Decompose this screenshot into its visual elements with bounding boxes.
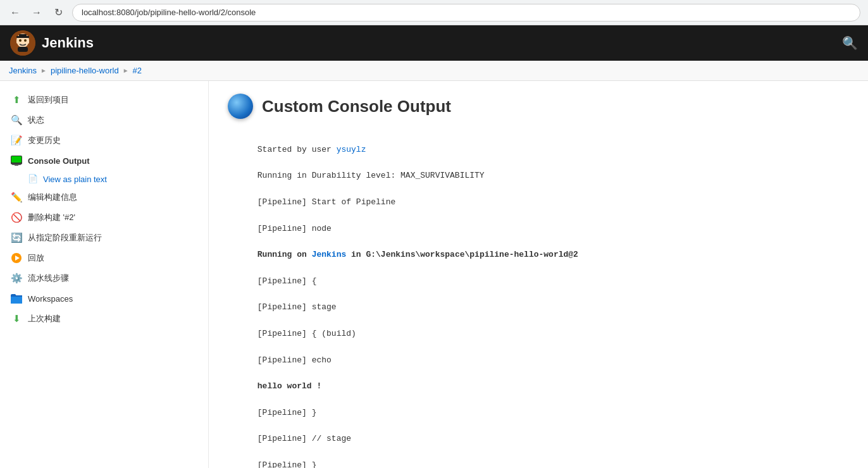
console-line-hello: hello world !: [257, 381, 321, 391]
breadcrumb-build[interactable]: #2: [133, 66, 142, 75]
breadcrumb-sep-1: ►: [40, 67, 47, 74]
folder-icon: [10, 292, 23, 305]
header-search-button[interactable]: 🔍: [842, 35, 858, 51]
console-line-stage: [Pipeline] stage: [257, 302, 337, 312]
svg-rect-12: [15, 165, 18, 166]
content-area: Custom Console Output Started by user ys…: [209, 81, 868, 468]
refresh-button[interactable]: ↻: [51, 5, 66, 20]
console-link-jenkins[interactable]: Jenkins: [312, 250, 347, 259]
breadcrumb-jenkins[interactable]: Jenkins: [9, 66, 37, 75]
console-line-close1: [Pipeline] }: [257, 408, 317, 417]
console-line-echo: [Pipeline] echo: [257, 355, 332, 365]
console-line-start-pipeline: [Pipeline] Start of Pipeline: [257, 197, 395, 207]
sidebar-label-restart: 从指定阶段重新运行: [28, 232, 102, 243]
sidebar-item-workspaces[interactable]: Workspaces: [0, 288, 208, 309]
sidebar-item-pipeline-steps[interactable]: ⚙️ 流水线步骤: [0, 268, 208, 288]
sidebar-label-history: 变更历史: [28, 135, 61, 146]
sidebar-item-delete-build[interactable]: 🚫 删除构建 '#2': [0, 207, 208, 228]
console-line-node: [Pipeline] node: [257, 224, 332, 233]
sidebar-label-replay: 回放: [28, 252, 44, 264]
console-line-durability: Running in Durability level: MAX_SURVIVA…: [257, 171, 485, 180]
delete-icon: 🚫: [10, 211, 23, 224]
svg-point-4: [19, 39, 22, 42]
jenkins-avatar-svg: [10, 30, 35, 56]
sidebar-label-workspaces: Workspaces: [28, 294, 73, 304]
sidebar-label-delete: 删除构建 '#2': [28, 212, 75, 223]
page-title-row: Custom Console Output: [228, 94, 849, 119]
sidebar-label-edit: 编辑构建信息: [28, 192, 77, 203]
browser-bar: ← → ↻ localhost:8080/job/pipiline-hello-…: [0, 0, 868, 25]
svg-rect-10: [11, 156, 22, 163]
sidebar-label-back: 返回到项目: [28, 94, 69, 106]
gear-icon: ⚙️: [10, 272, 23, 285]
sidebar-item-change-history[interactable]: 📝 变更历史: [0, 130, 208, 151]
sidebar-item-status[interactable]: 🔍 状态: [0, 110, 208, 130]
sidebar-label-prev-build: 上次构建: [28, 313, 61, 324]
jenkins-avatar: [10, 30, 35, 56]
jenkins-header: Jenkins 🔍: [0, 25, 868, 61]
prev-build-icon: ⬇: [10, 312, 23, 325]
back-icon: ⬆: [10, 94, 23, 106]
sidebar: ⬆ 返回到项目 🔍 状态 📝 变更历史 Console Output �: [0, 81, 209, 468]
sidebar-label-plain-text: View as plain text: [43, 175, 107, 184]
breadcrumb-project[interactable]: pipiline-hello-world: [51, 66, 119, 75]
console-link-user[interactable]: ysuylz: [337, 145, 366, 154]
console-line-running-on: Running on: [257, 250, 312, 259]
url-text: localhost:8080/job/pipiline-hello-world/…: [82, 8, 256, 17]
sidebar-item-replay[interactable]: 回放: [0, 248, 208, 268]
sidebar-label-pipeline-steps: 流水线步骤: [28, 273, 69, 284]
console-line-build: [Pipeline] { (build): [257, 329, 356, 338]
console-line-workspace: in G:\Jenkins\workspace\pipiline-hello-w…: [346, 250, 578, 259]
sidebar-item-restart-from-stage[interactable]: 🔄 从指定阶段重新运行: [0, 228, 208, 248]
page-title: Custom Console Output: [262, 97, 451, 116]
sidebar-label-console: Console Output: [28, 156, 90, 166]
replay-icon: [10, 252, 23, 264]
breadcrumb-sep-2: ►: [123, 67, 129, 74]
jenkins-title: Jenkins: [42, 35, 94, 51]
sidebar-item-prev-build[interactable]: ⬇ 上次构建: [0, 309, 208, 329]
back-button[interactable]: ←: [8, 5, 23, 20]
svg-rect-2: [16, 39, 19, 44]
status-icon: 🔍: [10, 114, 23, 126]
console-line-close2: [Pipeline] }: [257, 460, 317, 468]
globe-icon: [228, 94, 253, 119]
main-layout: ⬆ 返回到项目 🔍 状态 📝 变更历史 Console Output �: [0, 81, 868, 468]
sidebar-item-console-output[interactable]: Console Output: [0, 151, 208, 171]
console-output: Started by user ysuylz Running in Durabi…: [228, 130, 849, 468]
sidebar-item-back-to-project[interactable]: ⬆ 返回到项目: [0, 90, 208, 110]
forward-button[interactable]: →: [29, 5, 44, 20]
plain-text-icon: 📄: [28, 174, 38, 184]
console-icon: [10, 154, 23, 167]
console-line-stage-close: [Pipeline] // stage: [257, 434, 351, 443]
edit-icon: ✏️: [10, 191, 23, 204]
console-line-brace-open: [Pipeline] {: [257, 276, 317, 286]
svg-rect-8: [16, 36, 29, 38]
console-line-started-by: Started by user: [257, 145, 337, 154]
address-bar[interactable]: localhost:8080/job/pipiline-hello-world/…: [72, 4, 860, 22]
sidebar-item-view-plain-text[interactable]: 📄 View as plain text: [0, 171, 208, 187]
jenkins-logo: Jenkins: [10, 30, 94, 56]
svg-rect-3: [27, 39, 29, 44]
svg-rect-11: [12, 164, 21, 165]
sidebar-label-status: 状态: [28, 114, 44, 126]
svg-point-5: [24, 39, 27, 42]
history-icon: 📝: [10, 134, 23, 147]
svg-rect-6: [18, 47, 28, 52]
breadcrumb: Jenkins ► pipiline-hello-world ► #2: [0, 61, 868, 81]
sidebar-item-edit-build-info[interactable]: ✏️ 编辑构建信息: [0, 187, 208, 207]
restart-icon: 🔄: [10, 231, 23, 244]
